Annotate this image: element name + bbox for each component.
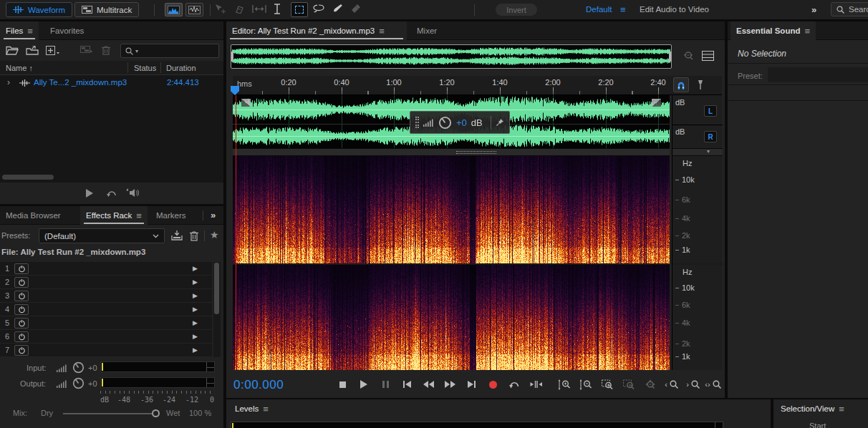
tab-levels[interactable]: Levels≡ xyxy=(229,399,274,418)
tab-files[interactable]: Files≡ xyxy=(0,21,39,40)
zoom-reset-button[interactable] xyxy=(641,376,660,392)
tab-markers[interactable]: Markers xyxy=(150,206,192,225)
workspace-default-button[interactable]: Default xyxy=(586,5,612,14)
fade-out-handle[interactable] xyxy=(652,99,661,107)
tab-media-browser[interactable]: Media Browser xyxy=(0,206,67,225)
loop-playback-button[interactable] xyxy=(505,376,524,392)
playhead-line[interactable] xyxy=(236,95,236,370)
left-channel-button[interactable]: L xyxy=(704,105,717,117)
spectrogram-right-display[interactable] xyxy=(233,265,670,370)
show-waveform-toggle[interactable] xyxy=(185,3,203,16)
column-name[interactable]: Name ↑ xyxy=(6,64,33,72)
range-handle-right[interactable] xyxy=(669,52,671,62)
slot-arrow-icon[interactable]: ▶ xyxy=(193,333,198,340)
column-divider[interactable] xyxy=(160,62,161,73)
time-display[interactable]: 0:00.000 xyxy=(233,378,284,392)
delete-preset-icon[interactable] xyxy=(189,230,199,241)
invert-button[interactable]: Invert xyxy=(496,4,537,16)
fast-forward-button[interactable] xyxy=(440,376,459,392)
tab-mixer[interactable]: Mixer xyxy=(411,21,443,40)
new-file-icon[interactable] xyxy=(46,46,59,55)
preset-dropdown[interactable]: (Default) xyxy=(39,228,165,243)
power-button[interactable] xyxy=(14,345,29,356)
tab-effects-rack[interactable]: Effects Rack≡ xyxy=(80,206,148,225)
channel-options-icon[interactable] xyxy=(702,51,714,61)
time-selection-tool-icon[interactable] xyxy=(273,4,281,14)
spectrogram-left-display[interactable] xyxy=(233,156,670,263)
slot-arrow-icon[interactable]: ▶ xyxy=(193,278,198,286)
overview-range-bar[interactable] xyxy=(231,44,672,69)
open-file-icon[interactable] xyxy=(6,46,19,55)
search-box[interactable]: Search xyxy=(831,2,868,16)
workspace-overflow-icon[interactable]: » xyxy=(811,4,816,15)
power-button[interactable] xyxy=(14,277,29,288)
input-gain-knob[interactable] xyxy=(72,361,85,374)
power-button[interactable] xyxy=(14,291,29,301)
expand-chevron-icon[interactable]: › xyxy=(7,77,10,87)
effect-slot-row[interactable]: 1 ▶ xyxy=(0,262,212,276)
range-handle-left[interactable] xyxy=(231,52,233,62)
zoom-out-full-icon[interactable] xyxy=(682,50,695,62)
slot-arrow-icon[interactable]: ▶ xyxy=(193,346,198,354)
effect-slot-row[interactable]: 6 ▶ xyxy=(0,330,212,344)
trash-icon[interactable] xyxy=(101,45,111,55)
panel-menu-icon[interactable]: ≡ xyxy=(839,404,844,414)
effects-vscrollbar-track[interactable] xyxy=(213,262,221,357)
collapse-caret-icon[interactable]: ▾ xyxy=(707,148,710,155)
panel-menu-icon[interactable]: ≡ xyxy=(27,26,33,36)
move-tool-icon[interactable] xyxy=(215,4,226,14)
waveform-view-button[interactable]: Waveform xyxy=(6,2,72,17)
column-duration[interactable]: Duration xyxy=(166,64,196,72)
file-row[interactable]: › Ally Te...2 _mixdown.mp3 2:44.413 xyxy=(0,77,223,89)
loop-playback-icon[interactable] xyxy=(106,188,117,198)
power-button[interactable] xyxy=(14,318,29,329)
lasso-selection-tool-icon[interactable] xyxy=(313,4,325,14)
zoom-to-out-point-button[interactable]: › xyxy=(684,376,703,392)
snap-toggle-button[interactable] xyxy=(673,77,689,92)
mix-slider-track[interactable] xyxy=(63,413,155,414)
slot-arrow-icon[interactable]: ▶ xyxy=(193,265,198,272)
zoom-out-time-button[interactable] xyxy=(619,376,638,392)
zoom-out-amplitude-button[interactable] xyxy=(577,376,595,392)
gutter-splitter[interactable]: ▾ xyxy=(672,148,723,156)
skip-to-end-button[interactable] xyxy=(462,376,481,392)
files-search-field[interactable]: ▾ xyxy=(120,44,219,58)
save-preset-icon[interactable] xyxy=(171,230,183,241)
workspace-edit-audio-to-video[interactable]: Edit Audio to Video xyxy=(640,5,709,14)
channel-splitter[interactable] xyxy=(233,148,670,156)
fade-in-handle[interactable] xyxy=(241,99,251,107)
hud-gain-knob[interactable] xyxy=(438,116,452,130)
tab-editor[interactable]: Editor: Ally Test Run #2 _mixdown.mp3 ≡ xyxy=(226,21,407,40)
tabs-overflow-icon[interactable]: » xyxy=(211,210,216,220)
stop-button[interactable] xyxy=(333,376,352,392)
tab-essential-sound[interactable]: Essential Sound ≡ xyxy=(730,21,816,40)
workspace-menu-icon[interactable]: ≡ xyxy=(620,5,626,14)
tab-selection-view[interactable]: Selection/View≡ xyxy=(775,399,850,418)
panel-menu-icon[interactable]: ≡ xyxy=(379,26,385,36)
spot-healing-brush-tool-icon[interactable] xyxy=(350,4,362,14)
mix-slider-handle[interactable] xyxy=(152,409,160,417)
panel-menu-icon[interactable]: ≡ xyxy=(804,26,810,36)
record-button[interactable] xyxy=(483,376,502,392)
rewind-button[interactable] xyxy=(419,376,438,392)
zoom-in-amplitude-button[interactable] xyxy=(555,376,574,392)
import-file-icon[interactable] xyxy=(26,46,39,55)
overview-waveform[interactable] xyxy=(232,47,670,66)
effect-slot-row[interactable]: 4 ▶ xyxy=(0,303,212,316)
time-stretch-tool-icon[interactable] xyxy=(252,4,266,14)
show-spectral-toggle[interactable] xyxy=(165,3,183,16)
effect-slot-row[interactable]: 7 ▶ xyxy=(0,344,212,357)
tab-favorites[interactable]: Favorites xyxy=(44,21,90,40)
play-button[interactable] xyxy=(355,376,373,392)
timeline-ruler[interactable]: hms 0:20 0:40 1:00 1:20 1:40 2:00 2:20 2… xyxy=(233,76,722,95)
essential-preset-field[interactable] xyxy=(768,67,868,82)
column-divider[interactable] xyxy=(127,62,128,73)
power-button[interactable] xyxy=(14,331,29,342)
hud-volume-overlay[interactable]: +0 dB xyxy=(410,111,510,134)
marquee-selection-tool[interactable] xyxy=(291,2,308,17)
right-channel-button[interactable]: R xyxy=(704,131,717,142)
skip-selection-button[interactable] xyxy=(526,376,545,392)
slot-arrow-icon[interactable]: ▶ xyxy=(193,292,198,299)
slot-arrow-icon[interactable]: ▶ xyxy=(193,319,198,326)
hud-gain-value[interactable]: +0 xyxy=(456,117,467,128)
